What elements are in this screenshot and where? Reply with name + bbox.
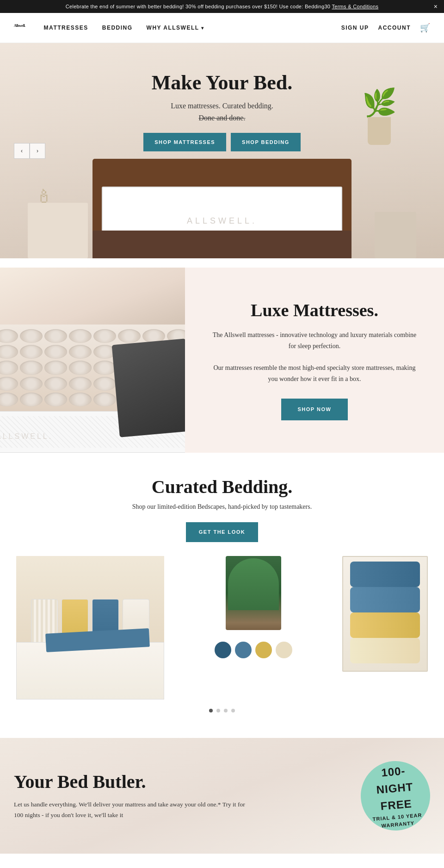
logo[interactable]: Allswell. xyxy=(14,21,25,35)
bedding-section: Curated Bedding. Shop our limited-editio… xyxy=(0,453,444,733)
tuft xyxy=(0,377,18,391)
tuft xyxy=(69,393,92,406)
gallery-center xyxy=(171,556,335,658)
nav-signup[interactable]: SIGN UP xyxy=(341,25,369,31)
tuft xyxy=(44,361,67,375)
bedding-gallery xyxy=(9,556,435,699)
shop-mattresses-button[interactable]: SHOP MATTRESSES xyxy=(143,133,226,151)
tuft xyxy=(69,345,92,359)
butler-section: Your Bed Butler. Let us handle everythin… xyxy=(0,738,444,854)
hero-nav-arrows: ‹ › xyxy=(14,143,45,159)
tuft xyxy=(20,377,43,391)
hero-section: 🕯 🌿 ALLSWELL. Make Your Bed. Luxe mattre… xyxy=(0,43,444,258)
warranty-text: 100-NIGHT FREE TRIAL & 10 YEAR WARRANTY xyxy=(365,761,426,831)
tuft xyxy=(93,361,116,375)
tuft xyxy=(44,345,67,359)
tuft xyxy=(20,329,43,343)
tuft xyxy=(93,377,116,391)
gallery-right xyxy=(342,556,428,672)
hero-title: Make Your Bed. xyxy=(152,71,292,94)
luxe-title: Luxe Mattresses. xyxy=(251,300,378,320)
gallery-bed-image xyxy=(16,556,164,699)
tuft xyxy=(44,393,67,406)
hero-content: Make Your Bed. Luxe mattresses. Curated … xyxy=(0,43,444,258)
tuft xyxy=(20,345,43,359)
warranty-big-text: 100-NIGHT FREE xyxy=(365,761,425,816)
tuft xyxy=(69,377,92,391)
gallery-plant-image xyxy=(226,556,281,630)
nav-links: MATTRESSES BEDDING WHY ALLSWELL xyxy=(44,25,341,31)
tuft xyxy=(20,393,43,406)
hero-subtitle: Luxe mattresses. Curated bedding. Done a… xyxy=(171,100,273,124)
gallery-plant-leaves xyxy=(228,558,279,610)
gallery-blanket xyxy=(16,642,164,699)
bedding-subtitle: Shop our limited-edition Bedscapes, hand… xyxy=(9,503,435,511)
luxe-section: ALLSWELL. Luxe Mattresses. The Allswell … xyxy=(0,268,444,453)
nav-mattresses[interactable]: MATTRESSES xyxy=(44,25,88,31)
carousel-dot-4[interactable] xyxy=(231,709,235,712)
gallery-bed-background xyxy=(16,556,164,699)
tuft xyxy=(0,361,18,375)
stacked-pillow-2 xyxy=(350,587,420,612)
carousel-dots xyxy=(9,709,435,712)
tuft xyxy=(0,393,18,406)
blanket-drape xyxy=(112,338,185,437)
luxe-content: Luxe Mattresses. The Allswell mattresses… xyxy=(185,268,444,453)
nav-why-allswell[interactable]: WHY ALLSWELL xyxy=(147,25,204,31)
carousel-dot-2[interactable] xyxy=(216,709,220,712)
nav-bedding[interactable]: BEDDING xyxy=(102,25,133,31)
color-dot-cream[interactable] xyxy=(276,642,292,658)
color-dots xyxy=(171,642,335,658)
close-announcement-button[interactable]: × xyxy=(434,3,438,10)
cart-icon[interactable]: 🛒 xyxy=(420,23,430,33)
nav-right: SIGN UP ACCOUNT 🛒 xyxy=(341,23,430,33)
tuft xyxy=(44,377,67,391)
warranty-badge: 100-NIGHT FREE TRIAL & 10 YEAR WARRANTY xyxy=(358,758,433,834)
tuft xyxy=(69,361,92,375)
hero-next-button[interactable]: › xyxy=(30,143,45,159)
luxe-brand-text: ALLSWELL. xyxy=(0,432,53,441)
color-dot-yellow[interactable] xyxy=(255,642,272,658)
tuft xyxy=(20,361,43,375)
butler-title: Your Bed Butler. xyxy=(14,771,245,793)
announcement-text: Celebrate the end of summer with better … xyxy=(66,4,330,9)
stacked-pillow-1 xyxy=(350,562,420,587)
carousel-dot-3[interactable] xyxy=(224,709,228,712)
announcement-bar: Celebrate the end of summer with better … xyxy=(0,0,444,13)
tuft xyxy=(0,345,18,359)
luxe-desc: The Allswell mattresses - innovative tec… xyxy=(208,330,421,385)
tuft xyxy=(118,329,141,343)
tuft xyxy=(69,329,92,343)
tuft xyxy=(93,329,116,343)
navbar: Allswell. MATTRESSES BEDDING WHY ALLSWEL… xyxy=(0,13,444,43)
carousel-dot-1[interactable] xyxy=(209,709,213,712)
stacked-pillow-4 xyxy=(350,638,420,663)
shop-now-button[interactable]: SHOP NOW xyxy=(281,399,348,420)
pillows-stack-image xyxy=(342,556,428,672)
butler-content: Your Bed Butler. Let us handle everythin… xyxy=(14,771,245,821)
terms-link[interactable]: Terms & Conditions xyxy=(332,4,378,9)
nav-account[interactable]: ACCOUNT xyxy=(378,25,411,31)
luxe-image: ALLSWELL. xyxy=(0,268,185,453)
get-the-look-button[interactable]: GET THE LOOK xyxy=(186,522,259,542)
butler-desc: Let us handle everything. We'll deliver … xyxy=(14,799,245,821)
color-dot-medium-blue[interactable] xyxy=(235,642,252,658)
hero-prev-button[interactable]: ‹ xyxy=(14,143,30,159)
hero-buttons: SHOP MATTRESSES SHOP BEDDING xyxy=(143,133,301,151)
tuft xyxy=(0,329,18,343)
tuft xyxy=(44,329,67,343)
bedding-title: Curated Bedding. xyxy=(9,476,435,498)
shop-bedding-button[interactable]: SHOP BEDDING xyxy=(231,133,301,151)
stacked-pillow-3 xyxy=(350,612,420,638)
tuft xyxy=(93,393,116,406)
color-dot-dark-teal[interactable] xyxy=(215,642,231,658)
